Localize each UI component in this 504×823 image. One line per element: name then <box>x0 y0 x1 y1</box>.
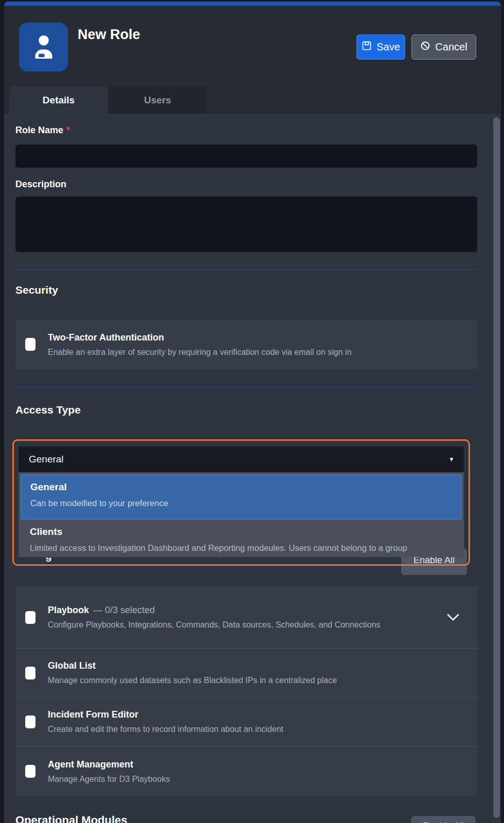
two-factor-description: Enable an extra layer of security by req… <box>48 348 441 357</box>
operational-enable-all-label: Enable All <box>423 821 464 823</box>
access-type-selected-value: General <box>29 454 64 465</box>
role-name-label: Role Name* <box>15 125 70 136</box>
person-icon <box>30 32 58 62</box>
two-factor-title: Two-Factor Authentication <box>48 332 441 343</box>
save-button-label: Save <box>376 41 400 53</box>
required-marker: * <box>66 125 70 135</box>
access-type-select[interactable]: General ▼ <box>19 446 464 472</box>
save-icon <box>362 41 372 53</box>
option-general-title: General <box>30 481 461 493</box>
option-general-description: Can be modeified to your preference <box>30 498 461 508</box>
module-row-agent-management: Agent Management Manage Agents for D3 Pl… <box>15 746 477 796</box>
modules-list: Playbook— 0/3 selected Configure Playboo… <box>15 586 477 796</box>
playbook-selection-summary: — 0/3 selected <box>93 605 155 615</box>
cancel-button-label: Cancel <box>435 41 467 53</box>
agent-management-title: Agent Management <box>48 759 441 770</box>
cancel-icon <box>420 41 430 53</box>
tab-bar <box>207 86 501 114</box>
hidden-heading-fragment: g <box>45 558 55 564</box>
description-label: Description <box>15 179 66 190</box>
new-role-page: New Role Save Cancel Details Users Role … <box>0 0 504 823</box>
divider <box>15 269 477 270</box>
security-heading: Security <box>15 284 58 296</box>
global-list-checkbox[interactable] <box>25 667 35 679</box>
two-factor-checkbox[interactable] <box>25 338 35 351</box>
tab-details[interactable]: Details <box>9 86 108 114</box>
module-row-incident-form-editor: Incident Form Editor Create and edit the… <box>15 697 477 746</box>
tab-users[interactable]: Users <box>108 86 207 114</box>
two-factor-row: Two-Factor Authentication Enable an extr… <box>15 319 477 369</box>
access-type-heading: Access Type <box>15 404 81 416</box>
incident-form-editor-title: Incident Form Editor <box>48 709 441 720</box>
save-button[interactable]: Save <box>356 34 405 60</box>
agent-management-checkbox[interactable] <box>25 765 35 778</box>
option-general[interactable]: General Can be modeified to your prefere… <box>21 474 462 520</box>
option-clients[interactable]: Clients Limited access to Investigation … <box>19 522 464 553</box>
chevron-down-icon: ▼ <box>448 456 455 463</box>
agent-management-description: Manage Agents for D3 Playbooks <box>48 775 441 784</box>
global-list-description: Manage commonly used datasets such as Bl… <box>48 676 441 685</box>
vertical-scrollbar[interactable] <box>493 117 500 818</box>
tab-details-label: Details <box>43 95 75 106</box>
tab-users-label: Users <box>144 95 171 106</box>
playbook-title: Playbook <box>48 605 89 615</box>
option-clients-description: Limited access to Investigation Dashboar… <box>30 543 464 553</box>
playbook-checkbox[interactable] <box>25 611 35 624</box>
modal-top-accent-bar <box>4 2 501 6</box>
operational-enable-all-button[interactable]: Enable All <box>411 816 476 823</box>
role-avatar <box>19 23 68 71</box>
playbook-description: Configure Playbooks, Integrations, Comma… <box>48 620 441 630</box>
module-row-playbook: Playbook— 0/3 selected Configure Playboo… <box>15 586 477 648</box>
page-title: New Role <box>78 27 140 43</box>
option-clients-title: Clients <box>30 526 464 538</box>
global-list-title: Global List <box>48 660 441 671</box>
module-row-global-list: Global List Manage commonly used dataset… <box>15 649 477 697</box>
role-name-input[interactable] <box>15 145 477 168</box>
operational-modules-heading: Operational Modules <box>15 814 128 823</box>
description-input[interactable] <box>15 196 477 252</box>
access-type-dropdown: General Can be modeified to your prefere… <box>19 472 464 557</box>
incident-form-editor-description: Create and edit the forms to record info… <box>48 725 441 734</box>
incident-form-editor-checkbox[interactable] <box>25 715 35 728</box>
expand-chevron-icon[interactable] <box>446 613 460 623</box>
divider <box>15 387 477 388</box>
cancel-button[interactable]: Cancel <box>411 34 476 60</box>
